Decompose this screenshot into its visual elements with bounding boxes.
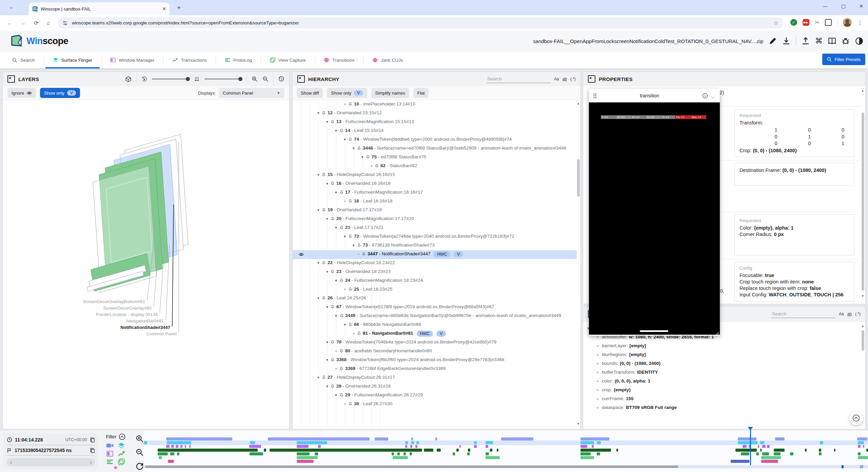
trace-row-2-bar[interactable] [486, 441, 493, 444]
pin-icon[interactable] [322, 296, 326, 300]
trace-row-2-bar[interactable] [167, 441, 191, 444]
pin-icon[interactable] [339, 129, 343, 133]
pin-icon[interactable] [348, 322, 352, 327]
trace-row-2-bar[interactable] [411, 441, 414, 444]
pin-icon[interactable] [348, 137, 352, 142]
trace-row-4-bar[interactable] [774, 449, 785, 452]
expand-icon[interactable]: ▼ [342, 322, 348, 327]
trace-row-5-bar[interactable] [597, 452, 600, 455]
trace-row-4-bar[interactable] [437, 449, 441, 452]
trace-row-2-bar[interactable] [144, 441, 147, 444]
layer-label[interactable]: NotificationShade#3447 [120, 325, 170, 330]
zoom-in-icon[interactable] [252, 76, 258, 82]
trace-row-3-bar[interactable] [318, 445, 321, 448]
trace-row-2-bar[interactable] [820, 441, 823, 444]
trace-row-6-bar[interactable] [393, 456, 408, 459]
trace-row-3-bar[interactable] [762, 445, 766, 448]
trace-row-3-bar[interactable] [758, 445, 759, 448]
pin-icon[interactable] [339, 367, 343, 371]
timeline-reset-icon[interactable] [136, 462, 144, 470]
properties-scrollbar[interactable] [862, 113, 864, 291]
url-bar[interactable]: ☆ [58, 17, 783, 28]
drag-handle-icon[interactable] [593, 93, 597, 98]
tree-row[interactable]: ▼24 - FullscreenMagnification:18:23#24 [293, 277, 577, 286]
trace-row-1-bar[interactable] [501, 437, 533, 440]
tree-row[interactable]: ▼12 - OneHanded:15:15#12 [293, 109, 577, 118]
pin-icon[interactable] [322, 261, 326, 265]
trace-row-7-bar[interactable] [168, 460, 174, 463]
report-bug-icon[interactable] [842, 37, 850, 45]
expand-icon[interactable]: ▼ [333, 190, 339, 195]
trace-row-5-bar[interactable] [397, 452, 400, 455]
layers-3d-canvas[interactable]: ScreenDecorOverlayBottom#61ScreenDecorOv… [3, 100, 289, 429]
tab-window-manager[interactable]: Window Manager [101, 52, 163, 68]
property-item[interactable]: currFrame:155 [595, 396, 862, 401]
shortcuts-icon[interactable]: ⌘ [815, 37, 823, 45]
tree-row[interactable]: 82 - StatusBar#82 [293, 162, 577, 171]
pin-icon[interactable] [339, 190, 343, 195]
pin-icon[interactable] [339, 314, 343, 318]
extension-scissors-icon[interactable]: ✂ [815, 19, 820, 26]
pin-icon[interactable] [322, 375, 326, 380]
trace-row-1-bar[interactable] [775, 437, 785, 440]
timeline-scroll-track[interactable] [144, 465, 868, 468]
property-item[interactable]: color:(0, 0, 0), alpha: 1 [595, 378, 862, 383]
trace-row-4-bar[interactable] [468, 449, 470, 452]
pin-icon[interactable] [339, 278, 343, 283]
tree-row[interactable]: ▼21 - Leaf:17:17#21 [293, 224, 577, 233]
tree-row[interactable]: ▼3449 - Surface(name=885b63e NavigationB… [293, 312, 577, 321]
pin-icon[interactable] [331, 270, 335, 274]
edit-icon[interactable] [769, 37, 777, 45]
trace-row-2-bar[interactable] [760, 441, 764, 444]
trace-row-5-bar[interactable] [410, 452, 412, 455]
trace-row-7-bar[interactable] [297, 460, 314, 463]
prev-icon[interactable]: ‹ [10, 460, 12, 465]
tree-row[interactable]: ▼72 - WindowToken{a2746de type=2040 andr… [293, 233, 577, 241]
pin-icon[interactable] [375, 164, 379, 168]
info-icon[interactable] [702, 93, 708, 99]
tab-search-chevron-icon[interactable]: ⌄ [9, 5, 13, 9]
tree-row[interactable]: ▼73 - 8736138 NotificationShade#73 [293, 241, 577, 250]
property-item[interactable]: crop:{empty} [595, 387, 862, 392]
trace-row-5-bar[interactable] [467, 452, 470, 455]
cursor-handle[interactable] [748, 427, 753, 430]
timeline-zoom-out-icon[interactable] [136, 448, 144, 456]
window-manager-trace-icon[interactable] [106, 450, 113, 457]
expand-icon[interactable]: ▼ [316, 110, 321, 115]
trace-row-1-bar[interactable] [411, 437, 413, 440]
trace-row-5-bar[interactable] [250, 452, 263, 455]
pin-icon[interactable] [322, 111, 326, 115]
trace-row-4-bar[interactable] [158, 449, 258, 452]
expand-icon[interactable]: ▼ [324, 216, 330, 221]
trace-row-5-bar[interactable] [741, 452, 749, 455]
trace-row-4-bar[interactable] [616, 449, 618, 452]
view-capture-trace-icon[interactable] [118, 458, 125, 465]
pin-icon[interactable] [322, 208, 326, 212]
site-settings-icon[interactable] [62, 20, 68, 26]
property-item[interactable]: bounds:(0, 0) - (1080, 2400) [595, 361, 862, 366]
tree-row[interactable]: ▼19 - OneHanded:17:17#19 [293, 206, 577, 215]
scroll-up-icon[interactable]: ▲ [861, 89, 864, 92]
tab-close-icon[interactable]: ✕ [162, 6, 166, 11]
trace-row-5-bar[interactable] [177, 452, 179, 455]
collapse-panel-icon[interactable] [588, 75, 595, 83]
trace-row-3-bar[interactable] [459, 445, 461, 448]
pin-icon[interactable] [348, 102, 352, 106]
expand-icon[interactable]: ▼ [333, 392, 339, 397]
scroll-to-top-button[interactable] [849, 411, 863, 425]
trace-row-4-bar[interactable] [497, 449, 498, 452]
trace-row-1-bar[interactable] [166, 437, 232, 440]
trace-row-5-bar[interactable] [858, 452, 861, 455]
expand-icon[interactable]: ▼ [351, 145, 356, 151]
tree-row[interactable]: ▼29 - FullscreenMagnification:26:27#29 [293, 391, 577, 400]
dark-mode-icon[interactable] [855, 37, 863, 45]
tree-row[interactable]: ▼74 - WindowToken{fdddbe6 type=2000 andr… [293, 136, 577, 144]
tree-row[interactable]: ▼3448 - Surface(name=ed70f88 StatusBar)/… [293, 144, 577, 153]
tab-search[interactable]: Search [3, 52, 44, 68]
tab-protolog[interactable]: ProtoLog [216, 52, 261, 68]
back-icon[interactable]: ← [7, 20, 12, 26]
bookmark-star-icon[interactable]: ☆ [774, 20, 778, 26]
extensions-puzzle-icon[interactable] [825, 19, 832, 26]
trace-row-6-bar[interactable] [159, 456, 162, 459]
trace-row-1-bar[interactable] [580, 437, 609, 440]
